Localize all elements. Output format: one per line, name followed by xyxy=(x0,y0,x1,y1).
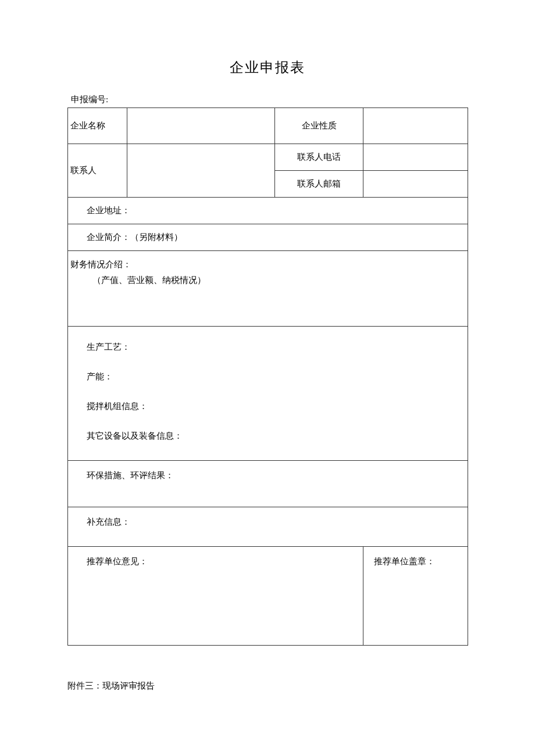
appendix-text: 附件三：现场评审报告 xyxy=(67,680,468,691)
label-production-process: 生产工艺： xyxy=(68,342,468,353)
table-row: 财务情况介绍： （产值、营业额、纳税情况） xyxy=(68,251,468,327)
section-finance[interactable]: 财务情况介绍： （产值、营业额、纳税情况） xyxy=(68,251,468,327)
section-production[interactable]: 生产工艺： 产能： 搅拌机组信息： 其它设备以及装备信息： xyxy=(68,327,468,461)
label-contact-person: 联系人 xyxy=(68,144,127,198)
table-row: 企业地址： xyxy=(68,198,468,224)
field-company-name[interactable] xyxy=(127,108,275,144)
document-page: 企业申报表 申报编号: 企业名称 企业性质 联系人 联系人电话 联系人邮箱 企业… xyxy=(0,0,535,691)
table-row: 联系人 联系人电话 xyxy=(68,144,468,171)
field-company-type[interactable] xyxy=(363,108,468,144)
label-recommend-opinion[interactable]: 推荐单位意见： xyxy=(68,547,363,646)
table-row: 生产工艺： 产能： 搅拌机组信息： 其它设备以及装备信息： xyxy=(68,327,468,461)
table-row: 补充信息： xyxy=(68,507,468,547)
label-mixer-info: 搅拌机组信息： xyxy=(68,401,468,412)
label-finance-header: 财务情况介绍： xyxy=(68,259,468,270)
label-capacity: 产能： xyxy=(68,371,468,382)
label-recommend-seal[interactable]: 推荐单位盖章： xyxy=(363,547,468,646)
field-contact-person[interactable] xyxy=(127,144,275,198)
table-row: 企业名称 企业性质 xyxy=(68,108,468,144)
label-finance-sub: （产值、营业额、纳税情况） xyxy=(68,275,468,286)
label-company-type: 企业性质 xyxy=(275,108,363,144)
label-other-equipment: 其它设备以及装备信息： xyxy=(68,431,468,442)
table-row: 推荐单位意见： 推荐单位盖章： xyxy=(68,547,468,646)
label-contact-phone: 联系人电话 xyxy=(275,144,363,171)
application-form-table: 企业名称 企业性质 联系人 联系人电话 联系人邮箱 企业地址： 企业简介：（另附… xyxy=(67,108,468,646)
label-company-name: 企业名称 xyxy=(68,108,127,144)
registration-number-label: 申报编号: xyxy=(71,94,468,105)
label-environment[interactable]: 环保措施、环评结果： xyxy=(68,461,468,507)
label-address[interactable]: 企业地址： xyxy=(68,198,468,224)
label-company-intro[interactable]: 企业简介：（另附材料） xyxy=(68,224,468,251)
form-title: 企业申报表 xyxy=(67,58,468,77)
table-row: 企业简介：（另附材料） xyxy=(68,224,468,251)
label-supplement[interactable]: 补充信息： xyxy=(68,507,468,547)
label-contact-email: 联系人邮箱 xyxy=(275,171,363,198)
field-contact-phone[interactable] xyxy=(363,144,468,171)
table-row: 环保措施、环评结果： xyxy=(68,461,468,507)
field-contact-email[interactable] xyxy=(363,171,468,198)
